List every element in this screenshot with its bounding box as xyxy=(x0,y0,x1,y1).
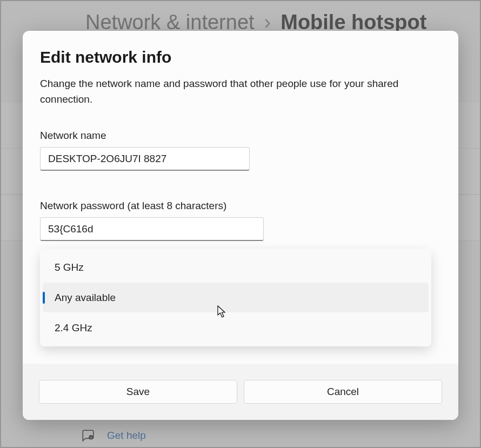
band-option-24ghz[interactable]: 2.4 GHz xyxy=(43,313,429,343)
network-name-label: Network name xyxy=(40,130,441,142)
save-button[interactable]: Save xyxy=(39,380,237,404)
network-password-input[interactable]: 53{C616d xyxy=(40,217,264,241)
band-option-any[interactable]: Any available xyxy=(43,283,429,312)
band-dropdown-list: 5 GHz Any available 2.4 GHz xyxy=(40,249,431,346)
edit-network-dialog: Edit network info Change the network nam… xyxy=(23,31,458,420)
band-option-5ghz[interactable]: 5 GHz xyxy=(43,252,429,282)
cancel-button[interactable]: Cancel xyxy=(244,380,442,404)
dialog-footer: Save Cancel xyxy=(23,364,458,420)
dialog-title: Edit network info xyxy=(40,48,441,66)
network-name-group: Network name DESKTOP-2O6JU7I 8827 xyxy=(40,130,441,171)
network-password-label: Network password (at least 8 characters) xyxy=(40,200,441,212)
help-icon: ? xyxy=(81,429,95,443)
dialog-description: Change the network name and password tha… xyxy=(40,76,441,107)
help-section: ? Get help xyxy=(81,429,146,443)
network-name-input[interactable]: DESKTOP-2O6JU7I 8827 xyxy=(40,147,250,171)
get-help-link[interactable]: Get help xyxy=(107,430,146,442)
network-password-group: Network password (at least 8 characters)… xyxy=(40,200,441,346)
svg-text:?: ? xyxy=(90,436,92,440)
modal-overlay: Edit network info Change the network nam… xyxy=(0,0,481,448)
